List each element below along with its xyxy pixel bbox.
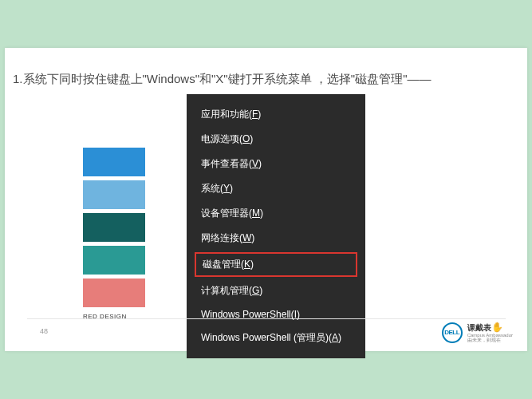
- footer-divider: [27, 318, 506, 319]
- menu-item-hotkey: A: [332, 332, 338, 343]
- menu-item-hotkey: V: [252, 158, 258, 169]
- menu-item-k[interactable]: 磁盘管理(K): [195, 252, 357, 277]
- partner-logo: 课戴表✋ Campus Ambassador 由未来，到现在: [467, 322, 513, 343]
- menu-item-label: 计算机管理: [201, 285, 249, 296]
- partner-en: Campus Ambassador: [467, 333, 513, 338]
- menu-item-f[interactable]: 应用和功能(F): [187, 102, 365, 127]
- partner-name: 课戴表✋: [467, 322, 513, 333]
- menu-item-i[interactable]: Windows PowerShell(I): [187, 303, 365, 326]
- menu-item-w[interactable]: 网络连接(W): [187, 226, 365, 251]
- swatch-1: [83, 148, 145, 176]
- swatch-5: [83, 279, 145, 307]
- menu-item-label: 网络连接: [201, 232, 239, 243]
- menu-item-hotkey: Y: [223, 183, 230, 194]
- partner-sub: 由未来，到现在: [467, 338, 513, 343]
- page-number: 48: [40, 327, 48, 335]
- swatch-4: [83, 246, 145, 275]
- instruction-title: 1.系统下同时按住键盘上"Windows"和"X"键打开系统菜单 ，选择"磁盘管…: [13, 72, 431, 87]
- menu-item-label: 磁盘管理: [203, 259, 241, 270]
- menu-item-y[interactable]: 系统(Y): [187, 176, 365, 201]
- menu-item-m[interactable]: 设备管理器(M): [187, 201, 365, 226]
- menu-item-label: Windows PowerShell (管理员): [201, 332, 329, 343]
- hand-icon: ✋: [491, 322, 503, 333]
- menu-item-hotkey: O: [242, 133, 250, 144]
- swatch-2: [83, 180, 145, 209]
- menu-item-hotkey: G: [252, 285, 259, 296]
- dell-logo-icon: DELL: [442, 322, 463, 343]
- menu-item-g[interactable]: 计算机管理(G): [187, 279, 365, 303]
- slide-content: 1.系统下同时按住键盘上"Windows"和"X"键打开系统菜单 ，选择"磁盘管…: [5, 48, 527, 351]
- menu-item-hotkey: K: [244, 259, 250, 270]
- menu-item-a[interactable]: Windows PowerShell (管理员)(A): [187, 326, 365, 350]
- menu-item-label: 电源选项: [201, 133, 239, 144]
- menu-item-label: 设备管理器: [201, 207, 249, 219]
- menu-item-v[interactable]: 事件查看器(V): [187, 152, 365, 176]
- swatch-3: [83, 213, 145, 242]
- menu-item-label: 应用和功能: [201, 109, 249, 120]
- color-palette: RED DESIGN: [83, 148, 145, 320]
- menu-item-label: 系统: [201, 183, 220, 194]
- menu-item-label: 事件查看器: [201, 158, 249, 169]
- menu-item-o[interactable]: 电源选项(O): [187, 127, 365, 152]
- footer-logos: DELL 课戴表✋ Campus Ambassador 由未来，到现在: [442, 322, 513, 343]
- menu-item-hotkey: M: [252, 207, 260, 219]
- menu-item-hotkey: F: [252, 109, 258, 120]
- menu-item-hotkey: W: [242, 232, 251, 243]
